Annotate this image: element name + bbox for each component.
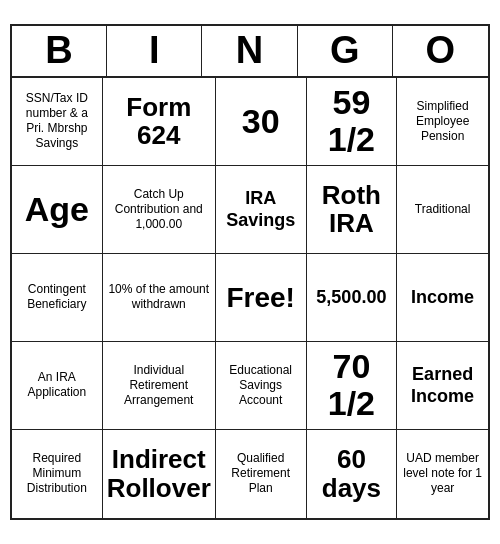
bingo-cell-23: 60 days [307, 430, 398, 518]
cell-text-24: UAD member level note for 1 year [401, 451, 484, 496]
cell-text-9: Traditional [415, 202, 471, 217]
bingo-cell-13: 5,500.00 [307, 254, 398, 342]
bingo-cell-24: UAD member level note for 1 year [397, 430, 488, 518]
cell-text-3: 59 1/2 [311, 84, 393, 159]
cell-text-12: Free! [226, 280, 294, 315]
header-letter-n: N [202, 26, 297, 76]
header-letter-o: O [393, 26, 488, 76]
cell-text-22: Qualified Retirement Plan [220, 451, 302, 496]
cell-text-18: 70 1/2 [311, 348, 393, 423]
bingo-cell-15: An IRA Application [12, 342, 103, 430]
cell-text-14: Income [411, 286, 474, 309]
cell-text-16: Individual Retirement Arrangement [107, 363, 211, 408]
bingo-grid: SSN/Tax ID number & a Pri. Mbrshp Saving… [12, 78, 488, 518]
bingo-cell-6: Catch Up Contribution and 1,000.00 [103, 166, 216, 254]
bingo-cell-2: 30 [216, 78, 307, 166]
cell-text-19: Earned Income [401, 363, 484, 408]
cell-text-23: 60 days [311, 445, 393, 502]
cell-text-1: Form 624 [107, 93, 211, 150]
cell-text-20: Required Minimum Distribution [16, 451, 98, 496]
bingo-cell-8: Roth IRA [307, 166, 398, 254]
bingo-cell-0: SSN/Tax ID number & a Pri. Mbrshp Saving… [12, 78, 103, 166]
bingo-cell-7: IRA Savings [216, 166, 307, 254]
bingo-cell-5: Age [12, 166, 103, 254]
bingo-cell-3: 59 1/2 [307, 78, 398, 166]
bingo-card: BINGO SSN/Tax ID number & a Pri. Mbrshp … [10, 24, 490, 520]
cell-text-2: 30 [242, 103, 280, 140]
bingo-header: BINGO [12, 26, 488, 78]
header-letter-g: G [298, 26, 393, 76]
cell-text-6: Catch Up Contribution and 1,000.00 [107, 187, 211, 232]
cell-text-17: Educational Savings Account [220, 363, 302, 408]
bingo-cell-20: Required Minimum Distribution [12, 430, 103, 518]
bingo-cell-9: Traditional [397, 166, 488, 254]
cell-text-13: 5,500.00 [316, 286, 386, 309]
cell-text-7: IRA Savings [220, 187, 302, 232]
header-letter-b: B [12, 26, 107, 76]
cell-text-21: Indirect Rollover [107, 445, 211, 502]
cell-text-4: Simplified Employee Pension [401, 99, 484, 144]
cell-text-10: Contingent Beneficiary [16, 282, 98, 312]
cell-text-8: Roth IRA [311, 181, 393, 238]
bingo-cell-14: Income [397, 254, 488, 342]
bingo-cell-22: Qualified Retirement Plan [216, 430, 307, 518]
cell-text-11: 10% of the amount withdrawn [107, 282, 211, 312]
header-letter-i: I [107, 26, 202, 76]
bingo-cell-21: Indirect Rollover [103, 430, 216, 518]
cell-text-0: SSN/Tax ID number & a Pri. Mbrshp Saving… [16, 91, 98, 151]
bingo-cell-19: Earned Income [397, 342, 488, 430]
cell-text-15: An IRA Application [16, 370, 98, 400]
cell-text-5: Age [25, 191, 89, 228]
bingo-cell-10: Contingent Beneficiary [12, 254, 103, 342]
bingo-cell-4: Simplified Employee Pension [397, 78, 488, 166]
bingo-cell-18: 70 1/2 [307, 342, 398, 430]
bingo-cell-12: Free! [216, 254, 307, 342]
bingo-cell-1: Form 624 [103, 78, 216, 166]
bingo-cell-11: 10% of the amount withdrawn [103, 254, 216, 342]
bingo-cell-17: Educational Savings Account [216, 342, 307, 430]
bingo-cell-16: Individual Retirement Arrangement [103, 342, 216, 430]
